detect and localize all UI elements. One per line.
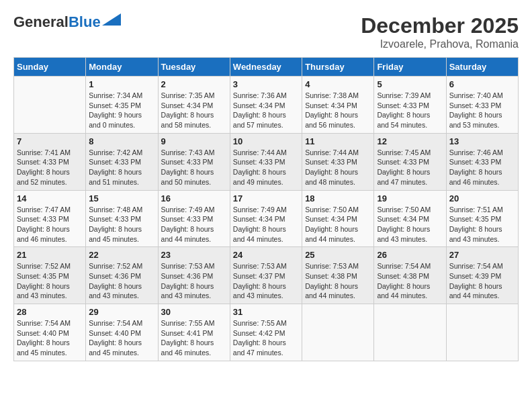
day-number: 20 xyxy=(449,193,515,203)
calendar-cell: 31Sunrise: 7:55 AM Sunset: 4:42 PM Dayli… xyxy=(230,304,302,361)
calendar-cell: 9Sunrise: 7:43 AM Sunset: 4:33 PM Daylig… xyxy=(158,133,230,190)
calendar-cell: 7Sunrise: 7:41 AM Sunset: 4:33 PM Daylig… xyxy=(14,133,86,190)
title-block: December 2025 Izvoarele, Prahova, Romani… xyxy=(361,13,519,50)
calendar-cell: 26Sunrise: 7:54 AM Sunset: 4:38 PM Dayli… xyxy=(374,247,446,304)
calendar-header-row: SundayMondayTuesdayWednesdayThursdayFrid… xyxy=(14,58,519,77)
day-info: Sunrise: 7:54 AM Sunset: 4:40 PM Dayligh… xyxy=(89,318,154,358)
day-number: 9 xyxy=(161,136,227,146)
day-number: 12 xyxy=(377,136,443,146)
day-number: 14 xyxy=(17,193,83,203)
calendar-cell: 13Sunrise: 7:46 AM Sunset: 4:33 PM Dayli… xyxy=(446,133,518,190)
calendar-week-row: 14Sunrise: 7:47 AM Sunset: 4:33 PM Dayli… xyxy=(14,190,519,247)
day-number: 25 xyxy=(305,250,371,260)
day-info: Sunrise: 7:53 AM Sunset: 4:36 PM Dayligh… xyxy=(161,261,227,301)
day-number: 2 xyxy=(161,79,227,89)
day-info: Sunrise: 7:47 AM Sunset: 4:33 PM Dayligh… xyxy=(17,205,83,244)
page-header: GeneralBlue December 2025 Izvoarele, Pra… xyxy=(13,13,519,50)
day-number: 19 xyxy=(377,193,443,203)
svg-marker-0 xyxy=(102,13,121,26)
day-number: 1 xyxy=(89,79,154,89)
day-info: Sunrise: 7:36 AM Sunset: 4:34 PM Dayligh… xyxy=(233,91,299,130)
day-info: Sunrise: 7:52 AM Sunset: 4:36 PM Dayligh… xyxy=(89,261,154,301)
calendar-cell: 6Sunrise: 7:40 AM Sunset: 4:33 PM Daylig… xyxy=(446,77,518,134)
calendar-cell: 27Sunrise: 7:54 AM Sunset: 4:39 PM Dayli… xyxy=(446,247,518,304)
calendar-cell: 17Sunrise: 7:49 AM Sunset: 4:34 PM Dayli… xyxy=(230,190,302,247)
calendar-week-row: 7Sunrise: 7:41 AM Sunset: 4:33 PM Daylig… xyxy=(14,133,519,190)
calendar-week-row: 1Sunrise: 7:34 AM Sunset: 4:35 PM Daylig… xyxy=(14,77,519,134)
day-info: Sunrise: 7:48 AM Sunset: 4:33 PM Dayligh… xyxy=(89,205,154,244)
calendar-cell xyxy=(302,304,374,361)
day-number: 6 xyxy=(449,79,515,89)
day-number: 31 xyxy=(233,307,299,317)
calendar-cell: 19Sunrise: 7:50 AM Sunset: 4:34 PM Dayli… xyxy=(374,190,446,247)
page-title: December 2025 xyxy=(361,13,519,38)
day-info: Sunrise: 7:49 AM Sunset: 4:33 PM Dayligh… xyxy=(161,205,227,244)
calendar-week-row: 28Sunrise: 7:54 AM Sunset: 4:40 PM Dayli… xyxy=(14,304,519,361)
calendar-cell: 20Sunrise: 7:51 AM Sunset: 4:35 PM Dayli… xyxy=(446,190,518,247)
day-info: Sunrise: 7:55 AM Sunset: 4:41 PM Dayligh… xyxy=(161,318,227,358)
day-number: 26 xyxy=(377,250,443,260)
day-number: 23 xyxy=(161,250,227,260)
day-info: Sunrise: 7:49 AM Sunset: 4:34 PM Dayligh… xyxy=(233,205,299,244)
calendar-cell: 8Sunrise: 7:42 AM Sunset: 4:33 PM Daylig… xyxy=(86,133,158,190)
day-info: Sunrise: 7:53 AM Sunset: 4:37 PM Dayligh… xyxy=(233,261,299,301)
day-info: Sunrise: 7:50 AM Sunset: 4:34 PM Dayligh… xyxy=(305,205,371,244)
calendar-cell: 30Sunrise: 7:55 AM Sunset: 4:41 PM Dayli… xyxy=(158,304,230,361)
day-number: 28 xyxy=(17,307,83,317)
calendar-week-row: 21Sunrise: 7:52 AM Sunset: 4:35 PM Dayli… xyxy=(14,247,519,304)
calendar-cell: 15Sunrise: 7:48 AM Sunset: 4:33 PM Dayli… xyxy=(86,190,158,247)
day-number: 24 xyxy=(233,250,299,260)
day-number: 30 xyxy=(161,307,227,317)
calendar-cell: 29Sunrise: 7:54 AM Sunset: 4:40 PM Dayli… xyxy=(86,304,158,361)
calendar-cell: 21Sunrise: 7:52 AM Sunset: 4:35 PM Dayli… xyxy=(14,247,86,304)
day-info: Sunrise: 7:51 AM Sunset: 4:35 PM Dayligh… xyxy=(449,205,515,244)
logo-text: GeneralBlue xyxy=(13,13,101,31)
day-number: 13 xyxy=(449,136,515,146)
day-number: 27 xyxy=(449,250,515,260)
calendar-cell: 1Sunrise: 7:34 AM Sunset: 4:35 PM Daylig… xyxy=(86,77,158,134)
day-info: Sunrise: 7:39 AM Sunset: 4:33 PM Dayligh… xyxy=(377,91,443,130)
day-number: 22 xyxy=(89,250,154,260)
calendar-cell: 5Sunrise: 7:39 AM Sunset: 4:33 PM Daylig… xyxy=(374,77,446,134)
header-monday: Monday xyxy=(86,58,158,77)
day-info: Sunrise: 7:54 AM Sunset: 4:39 PM Dayligh… xyxy=(449,261,515,301)
calendar-cell: 22Sunrise: 7:52 AM Sunset: 4:36 PM Dayli… xyxy=(86,247,158,304)
calendar-cell: 12Sunrise: 7:45 AM Sunset: 4:33 PM Dayli… xyxy=(374,133,446,190)
day-info: Sunrise: 7:53 AM Sunset: 4:38 PM Dayligh… xyxy=(305,261,371,301)
calendar-cell: 2Sunrise: 7:35 AM Sunset: 4:34 PM Daylig… xyxy=(158,77,230,134)
calendar-cell: 23Sunrise: 7:53 AM Sunset: 4:36 PM Dayli… xyxy=(158,247,230,304)
calendar-cell: 28Sunrise: 7:54 AM Sunset: 4:40 PM Dayli… xyxy=(14,304,86,361)
day-number: 29 xyxy=(89,307,154,317)
calendar-cell: 3Sunrise: 7:36 AM Sunset: 4:34 PM Daylig… xyxy=(230,77,302,134)
day-info: Sunrise: 7:46 AM Sunset: 4:33 PM Dayligh… xyxy=(449,148,515,187)
calendar-cell: 18Sunrise: 7:50 AM Sunset: 4:34 PM Dayli… xyxy=(302,190,374,247)
day-info: Sunrise: 7:42 AM Sunset: 4:33 PM Dayligh… xyxy=(89,148,154,187)
header-thursday: Thursday xyxy=(302,58,374,77)
day-number: 3 xyxy=(233,79,299,89)
day-number: 21 xyxy=(17,250,83,260)
day-number: 16 xyxy=(161,193,227,203)
day-number: 8 xyxy=(89,136,154,146)
day-info: Sunrise: 7:44 AM Sunset: 4:33 PM Dayligh… xyxy=(305,148,371,187)
day-info: Sunrise: 7:55 AM Sunset: 4:42 PM Dayligh… xyxy=(233,318,299,358)
calendar-cell xyxy=(374,304,446,361)
calendar-cell: 10Sunrise: 7:44 AM Sunset: 4:33 PM Dayli… xyxy=(230,133,302,190)
day-info: Sunrise: 7:34 AM Sunset: 4:35 PM Dayligh… xyxy=(89,91,154,130)
day-number: 15 xyxy=(89,193,154,203)
day-number: 7 xyxy=(17,136,83,146)
calendar-cell xyxy=(14,77,86,134)
day-number: 18 xyxy=(305,193,371,203)
day-info: Sunrise: 7:54 AM Sunset: 4:40 PM Dayligh… xyxy=(17,318,83,358)
calendar-cell: 24Sunrise: 7:53 AM Sunset: 4:37 PM Dayli… xyxy=(230,247,302,304)
day-info: Sunrise: 7:45 AM Sunset: 4:33 PM Dayligh… xyxy=(377,148,443,187)
header-friday: Friday xyxy=(374,58,446,77)
day-number: 5 xyxy=(377,79,443,89)
calendar-cell: 25Sunrise: 7:53 AM Sunset: 4:38 PM Dayli… xyxy=(302,247,374,304)
header-saturday: Saturday xyxy=(446,58,518,77)
day-info: Sunrise: 7:44 AM Sunset: 4:33 PM Dayligh… xyxy=(233,148,299,187)
calendar-cell: 16Sunrise: 7:49 AM Sunset: 4:33 PM Dayli… xyxy=(158,190,230,247)
header-wednesday: Wednesday xyxy=(230,58,302,77)
calendar-cell xyxy=(446,304,518,361)
day-info: Sunrise: 7:40 AM Sunset: 4:33 PM Dayligh… xyxy=(449,91,515,130)
day-info: Sunrise: 7:52 AM Sunset: 4:35 PM Dayligh… xyxy=(17,261,83,301)
